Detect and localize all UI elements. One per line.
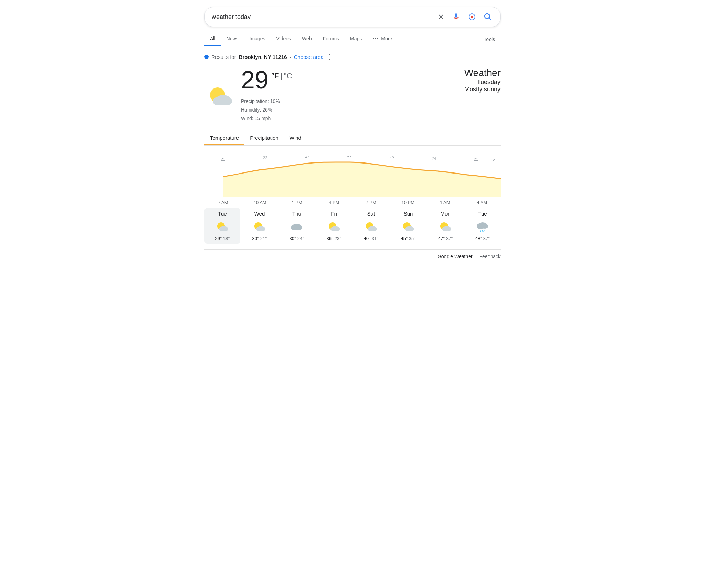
- forecast-day-name: Mon: [440, 211, 450, 217]
- svg-text:27: 27: [305, 156, 309, 159]
- tab-videos[interactable]: Videos: [271, 32, 297, 46]
- forecast-high: 45°: [401, 236, 408, 241]
- precipitation-detail: Precipitation: 10%: [241, 97, 292, 106]
- location-bar: Results for Brooklyn, NY 11216 · Choose …: [204, 53, 501, 61]
- forecast-low: 23°: [335, 236, 341, 241]
- svg-text:26: 26: [389, 156, 394, 159]
- choose-area-link[interactable]: Choose area: [294, 54, 324, 60]
- location-separator: ·: [290, 54, 291, 60]
- forecast-day-name: Fri: [331, 211, 337, 217]
- forecast-high: 30°: [252, 236, 259, 241]
- forecast-day-2[interactable]: Thu 30° 24°: [279, 208, 315, 244]
- google-weather-link[interactable]: Google Weather: [438, 254, 473, 259]
- svg-text:24: 24: [432, 156, 436, 161]
- forecast-day-6[interactable]: Mon 47° 37°: [428, 208, 463, 244]
- forecast-high: 40°: [364, 236, 371, 241]
- weather-main: 29 °F | °C Precipitation: 10% Humidity: …: [204, 67, 501, 123]
- svg-rect-31: [256, 228, 265, 230]
- svg-rect-59: [477, 225, 488, 228]
- weather-condition-icon: [204, 80, 235, 111]
- forecast-day-5[interactable]: Sun 45° 35°: [390, 208, 426, 244]
- tab-forums[interactable]: Forums: [317, 32, 345, 46]
- forecast-icon-3: [326, 219, 341, 234]
- svg-rect-45: [368, 228, 377, 230]
- svg-point-8: [377, 38, 378, 39]
- forecast-temps-6: 47° 37°: [438, 236, 453, 241]
- clear-button[interactable]: [436, 12, 446, 22]
- forecast-day-name: Wed: [254, 211, 265, 217]
- forecast-day-name: Tue: [478, 211, 487, 217]
- tools-button[interactable]: Tools: [478, 33, 501, 45]
- weather-details: Precipitation: 10% Humidity: 26% Wind: 1…: [241, 97, 292, 123]
- time-cell-5: 10 PM: [390, 200, 427, 205]
- temperature-units: °F | °C: [271, 72, 292, 81]
- forecast-low: 37°: [483, 236, 490, 241]
- svg-rect-50: [405, 228, 414, 230]
- location-prefix: Results for: [211, 54, 236, 60]
- svg-text:19: 19: [491, 158, 495, 164]
- svg-point-6: [373, 38, 374, 39]
- forecast-icon-6: [438, 219, 453, 234]
- location-name: Brooklyn, NY 11216: [239, 54, 287, 60]
- tab-wind[interactable]: Wind: [284, 132, 307, 145]
- forecast-low: 35°: [409, 236, 416, 241]
- svg-text:29: 29: [347, 156, 352, 158]
- location-dot-icon: [204, 55, 209, 59]
- svg-text:23: 23: [263, 156, 267, 160]
- forecast-low: 37°: [446, 236, 453, 241]
- feedback-link[interactable]: Feedback: [480, 254, 501, 259]
- forecast-day-0[interactable]: Tue 29° 18°: [204, 208, 240, 244]
- weather-tabs: Temperature Precipitation Wind: [204, 132, 501, 146]
- humidity-detail: Humidity: 26%: [241, 106, 292, 114]
- svg-point-7: [375, 38, 376, 39]
- svg-rect-26: [219, 228, 228, 230]
- forecast-day-4[interactable]: Sat 40° 31°: [353, 208, 389, 244]
- svg-text:21: 21: [474, 157, 478, 162]
- lens-icon[interactable]: [466, 11, 477, 22]
- time-cell-6: 1 AM: [427, 200, 464, 205]
- tab-all[interactable]: All: [204, 32, 221, 46]
- temperature-value: 29: [241, 67, 269, 92]
- tab-web[interactable]: Web: [296, 32, 317, 46]
- forecast-temps-3: 36° 23°: [327, 236, 341, 241]
- unit-celsius[interactable]: °C: [284, 72, 292, 81]
- forecast-icon-4: [364, 219, 379, 234]
- time-cell-0: 7 AM: [204, 200, 242, 205]
- weather-day: Tuesday: [464, 78, 501, 86]
- search-bar: [204, 7, 501, 27]
- forecast-row: Tue 29° 18° Wed 30° 21° Thu: [204, 208, 501, 244]
- forecast-day-name: Thu: [292, 211, 301, 217]
- chart-svg: 21 23 27 29 26 24 21 19: [204, 156, 501, 197]
- time-cell-7: 4 AM: [464, 200, 501, 205]
- svg-line-60: [480, 230, 481, 232]
- forecast-icon-5: [401, 219, 416, 234]
- forecast-low: 24°: [297, 236, 304, 241]
- unit-fahrenheit[interactable]: °F: [271, 72, 279, 81]
- microphone-icon[interactable]: [451, 11, 462, 22]
- search-input[interactable]: [212, 13, 436, 21]
- svg-line-61: [482, 230, 483, 232]
- tab-news[interactable]: News: [221, 32, 244, 46]
- forecast-icon-7: [475, 219, 490, 234]
- tab-temperature[interactable]: Temperature: [204, 132, 244, 145]
- tab-more[interactable]: More: [367, 32, 398, 46]
- forecast-day-3[interactable]: Fri 36° 23°: [316, 208, 352, 244]
- forecast-day-1[interactable]: Wed 30° 21°: [242, 208, 277, 244]
- forecast-temps-0: 29° 18°: [215, 236, 230, 241]
- forecast-temps-4: 40° 31°: [364, 236, 379, 241]
- svg-rect-40: [331, 228, 340, 230]
- forecast-icon-1: [252, 219, 267, 234]
- svg-line-62: [484, 230, 484, 232]
- forecast-day-7[interactable]: Tue 48° 37°: [465, 208, 501, 244]
- tab-maps[interactable]: Maps: [345, 32, 367, 46]
- search-button[interactable]: [482, 11, 493, 22]
- svg-point-3: [471, 16, 473, 18]
- weather-footer: Google Weather · Feedback: [204, 249, 501, 259]
- location-options-icon[interactable]: ⋮: [326, 53, 333, 61]
- tab-images[interactable]: Images: [244, 32, 271, 46]
- time-row: 7 AM 10 AM 1 PM 4 PM 7 PM 10 PM 1 AM 4 A…: [204, 200, 501, 205]
- forecast-high: 30°: [290, 236, 296, 241]
- forecast-high: 29°: [215, 236, 222, 241]
- tab-precipitation[interactable]: Precipitation: [244, 132, 284, 145]
- forecast-temps-7: 48° 37°: [475, 236, 490, 241]
